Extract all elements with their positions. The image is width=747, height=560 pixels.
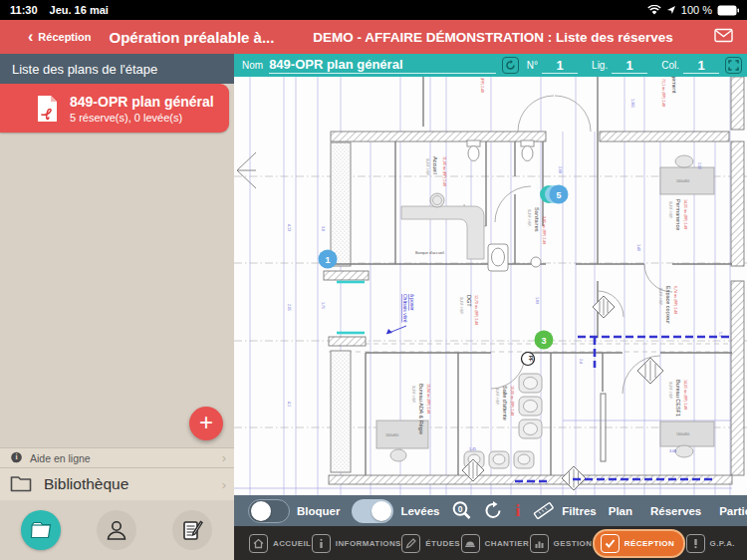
nav-accueil[interactable]: ACCUEIL [249, 534, 311, 553]
add-plan-button[interactable]: + [189, 407, 223, 440]
zoom-reset-icon[interactable]: 0 [451, 500, 472, 521]
svg-text:6,74 m² (FP) 2.48: 6,74 m² (FP) 2.48 [673, 286, 677, 314]
bar-chart-icon [530, 534, 549, 553]
sidebar-dock [0, 500, 234, 560]
svg-text:4.1: 4.1 [287, 402, 291, 407]
plan-item-subtitle: 5 réserve(s), 0 levée(s) [70, 112, 214, 124]
svg-text:Permanence: Permanence [675, 199, 681, 230]
svg-text:SURF: HSP:: SURF: HSP: [425, 158, 429, 176]
svg-text:0: 0 [458, 504, 463, 514]
chevron-right-icon: › [222, 450, 226, 465]
mail-icon[interactable] [714, 28, 733, 43]
pdf-file-icon [34, 94, 60, 124]
svg-text:Salle d'attente: Salle d'attente [502, 386, 508, 420]
svg-text:Bureau ADA & Régie: Bureau ADA & Régie [418, 384, 424, 434]
col-input[interactable]: 1 [683, 58, 719, 74]
plan-name-input[interactable]: 849-OPR plan général [269, 57, 496, 74]
svg-text:1600x800: 1600x800 [385, 433, 399, 437]
library-row[interactable]: Bibliothèque › [0, 467, 234, 500]
levees-toggle[interactable] [352, 499, 393, 523]
bloquer-toggle[interactable] [248, 499, 290, 523]
exclamation-icon [686, 534, 705, 553]
plan-info-bar: Nom 849-OPR plan général N° 1 Lig. 1 Col… [234, 54, 747, 77]
nav-chantier[interactable]: CHANTIER [461, 534, 530, 553]
num-field-label: N° [527, 60, 538, 71]
svg-text:1600x800: 1600x800 [676, 432, 690, 436]
status-bar: 11:30 Jeu. 16 mai 100 % [0, 0, 747, 20]
svg-text:2.02: 2.02 [697, 162, 701, 169]
nav-etudes[interactable]: ÉTUDES [401, 534, 460, 553]
svg-text:3.8: 3.8 [321, 226, 325, 231]
svg-text:Logement: Logement [671, 77, 677, 94]
back-button[interactable]: ‹ Réception [28, 29, 92, 45]
floor-plan-drawing: Châssis vitré à poser Accueil Sanitaires… [234, 77, 747, 495]
rotate-icon[interactable] [484, 501, 503, 520]
notepad-icon [180, 518, 204, 542]
svg-text:14,65 m² (FP) 2.48: 14,65 m² (FP) 2.48 [683, 380, 687, 410]
lig-field-label: Lig. [592, 60, 608, 71]
person-icon [105, 518, 128, 542]
nav-gpa[interactable]: G.P.A. [686, 534, 735, 553]
svg-text:1.75: 1.75 [321, 302, 325, 309]
fullscreen-icon[interactable] [725, 57, 742, 74]
page-title: DEMO - AFFAIRE DÉMONSTRATION : Liste des… [313, 30, 673, 45]
sidebar: Liste des plans de l'étape 849-OPR plan … [0, 54, 234, 560]
svg-text:SURF: HSP:: SURF: HSP: [411, 386, 415, 404]
svg-text:PF: PF [528, 356, 533, 362]
svg-text:1.365: 1.365 [630, 99, 634, 108]
pencil-icon [401, 534, 420, 553]
filtres-button[interactable]: Filtres [562, 505, 597, 517]
refresh-icon[interactable] [502, 57, 519, 74]
plan-toolbar: Bloquer Levées 0 i Filtres Plan Réserves… [234, 495, 747, 526]
svg-text:SURF: HSP:: SURF: HSP: [495, 388, 499, 406]
floor-plan-viewport[interactable]: Châssis vitré à poser Accueil Sanitaires… [234, 77, 747, 495]
svg-text:SURF: HSP:: SURF: HSP: [527, 209, 531, 227]
info-button[interactable]: i [515, 501, 520, 521]
svg-text:3: 3 [541, 336, 546, 346]
notes-tab-button[interactable] [172, 510, 212, 550]
participants-tab-button[interactable] [97, 510, 136, 550]
ruler-icon[interactable] [532, 501, 554, 521]
participants-tab[interactable]: Participants [719, 505, 747, 517]
reserve-marker-1[interactable]: 1 [319, 250, 338, 269]
svg-text:72,1 m² (FP) 2.48: 72,1 m² (FP) 2.48 [661, 79, 665, 107]
svg-text:(FP) 2.48: (FP) 2.48 [480, 78, 484, 93]
bloquer-label: Bloquer [297, 505, 340, 517]
svg-text:1600x800: 1600x800 [676, 179, 690, 183]
clock: 11:30 [10, 4, 38, 16]
svg-text:Espace copieur: Espace copieur [665, 286, 671, 324]
levees-label: Levées [400, 505, 439, 517]
step-title: Opération préalable à... [110, 29, 275, 46]
nav-gestion[interactable]: GESTION [530, 534, 593, 553]
svg-text:Sanitaires: Sanitaires [534, 207, 540, 232]
col-field-label: Col. [661, 60, 679, 71]
battery-percent: 100 % [681, 4, 712, 16]
svg-text:3,85 m² (FP) 2.48: 3,85 m² (FP) 2.48 [542, 216, 546, 244]
info-icon [312, 534, 331, 553]
reserve-marker-3[interactable]: 3 [535, 331, 554, 350]
svg-text:2.68: 2.68 [558, 166, 562, 173]
nav-reception[interactable]: RÉCEPTION [593, 529, 685, 558]
nav-informations[interactable]: INFORMATIONS [312, 534, 401, 553]
svg-text:Bureau CESF1: Bureau CESF1 [675, 380, 681, 417]
svg-text:2.4: 2.4 [579, 359, 583, 364]
svg-text:Châssis vitré: Châssis vitré [402, 294, 408, 323]
wifi-icon [647, 5, 661, 16]
plan-item-title: 849-OPR plan général [70, 94, 214, 110]
reserves-tab[interactable]: Réserves [650, 505, 701, 517]
plan-tab[interactable]: Plan [609, 505, 632, 517]
plans-tab-button[interactable] [21, 510, 61, 550]
svg-text:10,06 m² (FP) 2.48: 10,06 m² (FP) 2.48 [510, 386, 514, 416]
svg-text:1: 1 [325, 255, 330, 265]
reserve-marker-5[interactable]: 5 [550, 185, 569, 204]
lig-input[interactable]: 1 [612, 58, 647, 74]
svg-text:Accueil: Accueil [432, 156, 438, 174]
num-input[interactable]: 1 [542, 58, 578, 74]
svg-text:SURF: HSP:: SURF: HSP: [459, 297, 463, 315]
folder-white-icon [29, 521, 53, 540]
chevron-left-icon: ‹ [28, 29, 33, 45]
plan-list-item[interactable]: 849-OPR plan général 5 réserve(s), 0 lev… [0, 84, 229, 133]
app-header: ‹ Réception Opération préalable à... DEM… [0, 20, 747, 54]
online-help-row[interactable]: i Aide en ligne › [0, 447, 234, 467]
svg-text:11,90 m² (FP) 2.48: 11,90 m² (FP) 2.48 [442, 156, 446, 186]
